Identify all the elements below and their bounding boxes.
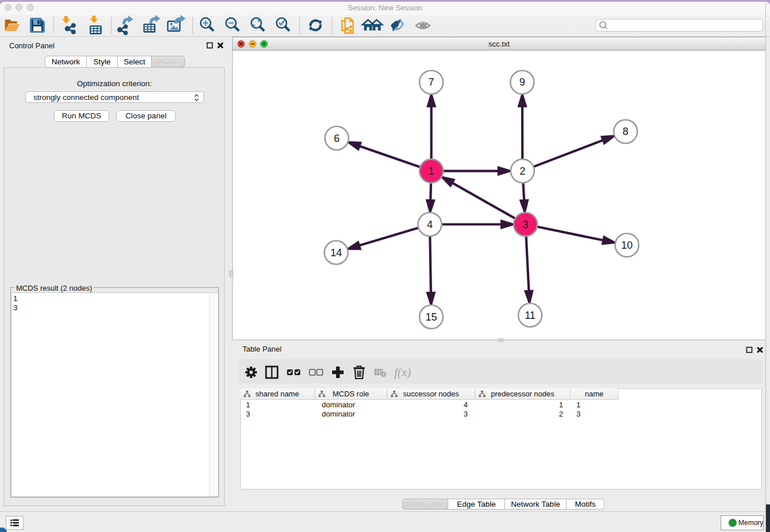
svg-text:6: 6 [334,133,340,144]
svg-text:Memory: Memory [738,519,763,527]
svg-text:14: 14 [330,247,342,259]
svg-text:1: 1 [429,165,434,177]
svg-text:10: 10 [621,240,633,251]
svg-text:7: 7 [429,76,434,88]
svg-text:f(x): f(x) [394,365,411,379]
svg-text:11: 11 [525,310,536,321]
svg-text:4: 4 [427,219,433,230]
svg-text:15: 15 [425,311,437,323]
svg-text:8: 8 [623,126,629,137]
svg-text:2: 2 [519,165,525,177]
svg-text:3: 3 [522,219,528,230]
svg-text:9: 9 [519,76,525,88]
